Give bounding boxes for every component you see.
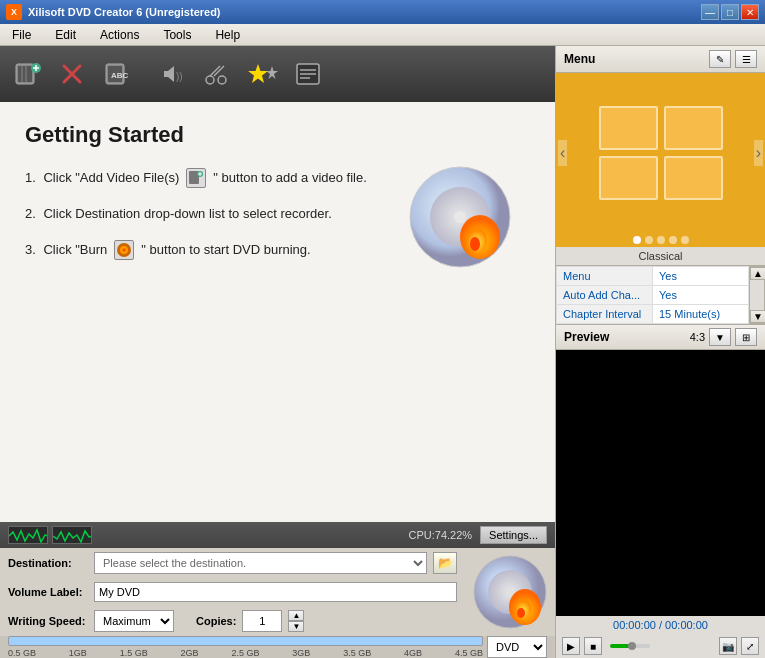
menu-preview-grid [591, 98, 731, 208]
ruler-mark: 4.5 GB [455, 648, 483, 658]
subtitle-button[interactable] [290, 56, 326, 92]
play-button[interactable]: ▶ [562, 637, 580, 655]
format-select[interactable]: DVD Blu-ray AVCHD [487, 636, 547, 658]
copies-label: Copies: [196, 615, 236, 627]
menu-tools[interactable]: Tools [151, 26, 203, 44]
prop-val-menu[interactable]: Yes [653, 267, 749, 286]
copies-input[interactable] [242, 610, 282, 632]
minimize-button[interactable]: — [701, 4, 719, 20]
preview-controls: ▶ ■ 📷 ⤢ [556, 634, 765, 658]
app-icon: X [6, 4, 22, 20]
add-video-button[interactable] [10, 56, 46, 92]
menu-style-label: Classical [556, 247, 765, 266]
svg-rect-1 [18, 66, 32, 82]
settings-button[interactable]: Settings... [480, 526, 547, 544]
format-dropdown: DVD Blu-ray AVCHD [487, 636, 547, 658]
preview-label: Preview [564, 330, 609, 344]
menu-actions[interactable]: Actions [88, 26, 151, 44]
ruler-mark: 0.5 GB [8, 648, 36, 658]
menu-dot-5[interactable] [681, 236, 689, 244]
properties-area: Menu Yes Auto Add Cha... Yes Chapter Int… [556, 266, 765, 324]
svg-text:)): )) [176, 71, 183, 82]
preview-settings-button[interactable]: ⊞ [735, 328, 757, 346]
step-1-number: 1. [25, 168, 39, 188]
svg-point-42 [517, 608, 525, 618]
menu-dot-3[interactable] [657, 236, 665, 244]
menu-dot-2[interactable] [645, 236, 653, 244]
menu-file[interactable]: File [0, 26, 43, 44]
ruler: 0.5 GB 1GB 1.5 GB 2GB 2.5 GB 3GB 3.5 GB … [8, 648, 483, 658]
remove-button[interactable] [54, 56, 90, 92]
close-button[interactable]: ✕ [741, 4, 759, 20]
mute-button[interactable]: )) [154, 56, 190, 92]
waveform-display [8, 526, 92, 544]
preview-header: Preview 4:3 ▼ ⊞ [556, 324, 765, 350]
volume-thumb[interactable] [628, 642, 636, 650]
menu-thumb-3 [599, 156, 658, 200]
destination-select[interactable]: Please select the destination. [94, 552, 427, 574]
prop-key-menu[interactable]: Menu [557, 267, 653, 286]
edit-title-button[interactable]: ABC [98, 56, 146, 92]
menu-thumb-2 [664, 106, 723, 150]
menu-prev-arrow[interactable]: ‹ [558, 140, 567, 166]
props-scroll-up[interactable]: ▲ [750, 267, 765, 280]
toolbar: ABC )) [0, 46, 555, 102]
prop-row-interval: Chapter Interval 15 Minute(s) [557, 305, 749, 324]
menu-panel-header: Menu ✎ ☰ [556, 46, 765, 73]
rating-button[interactable] [242, 56, 282, 92]
cut-button[interactable] [198, 56, 234, 92]
page-title: Getting Started [25, 122, 530, 148]
content-area: Getting Started 1. Click "Add Video File… [0, 102, 555, 522]
svg-point-14 [206, 76, 214, 84]
menu-edit[interactable]: Edit [43, 26, 88, 44]
svg-point-36 [470, 237, 480, 251]
menu-help[interactable]: Help [203, 26, 252, 44]
menu-panel-buttons: ✎ ☰ [709, 50, 757, 68]
props-scroll-down[interactable]: ▼ [750, 310, 765, 323]
menu-edit-button[interactable]: ✎ [709, 50, 731, 68]
svg-text:ABC: ABC [111, 71, 129, 80]
copies-down[interactable]: ▼ [288, 621, 304, 632]
writing-speed-select[interactable]: Maximum [94, 610, 174, 632]
volume-label: Volume Label: [8, 586, 88, 598]
cpu-text: CPU:74.22% [408, 529, 472, 541]
volume-slider[interactable] [610, 644, 650, 648]
menu-dot-4[interactable] [669, 236, 677, 244]
volume-row: Volume Label: [0, 578, 465, 606]
copies-up[interactable]: ▲ [288, 610, 304, 621]
browse-folder-button[interactable]: 📂 [433, 552, 457, 574]
stop-button[interactable]: ■ [584, 637, 602, 655]
menu-dot-1[interactable] [633, 236, 641, 244]
copies-spinner: ▲ ▼ [288, 610, 304, 632]
ruler-mark: 2.5 GB [231, 648, 259, 658]
cpu-info: CPU:74.22% Settings... [408, 526, 547, 544]
prop-key-autoadd[interactable]: Auto Add Cha... [557, 286, 653, 305]
destination-row: Destination: Please select the destinati… [0, 548, 465, 578]
bottom-section: CPU:74.22% Settings... Destination: Plea… [0, 522, 555, 658]
screenshot-button[interactable]: 📷 [719, 637, 737, 655]
title-bar-left: X Xilisoft DVD Creator 6 (Unregistered) [6, 4, 221, 20]
left-panel: ABC )) [0, 46, 555, 658]
volume-input[interactable] [94, 582, 457, 602]
menu-next-arrow[interactable]: › [754, 140, 763, 166]
maximize-button[interactable]: □ [721, 4, 739, 20]
menu-panel-title: Menu [564, 52, 595, 66]
menu-thumb-1 [599, 106, 658, 150]
menu-list-button[interactable]: ☰ [735, 50, 757, 68]
prop-key-interval[interactable]: Chapter Interval [557, 305, 653, 324]
cpu-bar: CPU:74.22% Settings... [0, 522, 555, 548]
prop-val-autoadd[interactable]: Yes [653, 286, 749, 305]
properties-table: Menu Yes Auto Add Cha... Yes Chapter Int… [556, 266, 749, 324]
writing-speed-label: Writing Speed: [8, 615, 88, 627]
main-layout: ABC )) [0, 46, 765, 658]
preview-aspect-controls: 4:3 ▼ ⊞ [690, 328, 757, 346]
aspect-dropdown-button[interactable]: ▼ [709, 328, 731, 346]
dvd-disc-image [465, 548, 555, 636]
fullscreen-button[interactable]: ⤢ [741, 637, 759, 655]
step-3-icon [114, 240, 134, 260]
ruler-mark: 1GB [69, 648, 87, 658]
destination-label: Destination: [8, 557, 88, 569]
prop-val-interval[interactable]: 15 Minute(s) [653, 305, 749, 324]
prop-row-menu: Menu Yes [557, 267, 749, 286]
ruler-mark: 4GB [404, 648, 422, 658]
